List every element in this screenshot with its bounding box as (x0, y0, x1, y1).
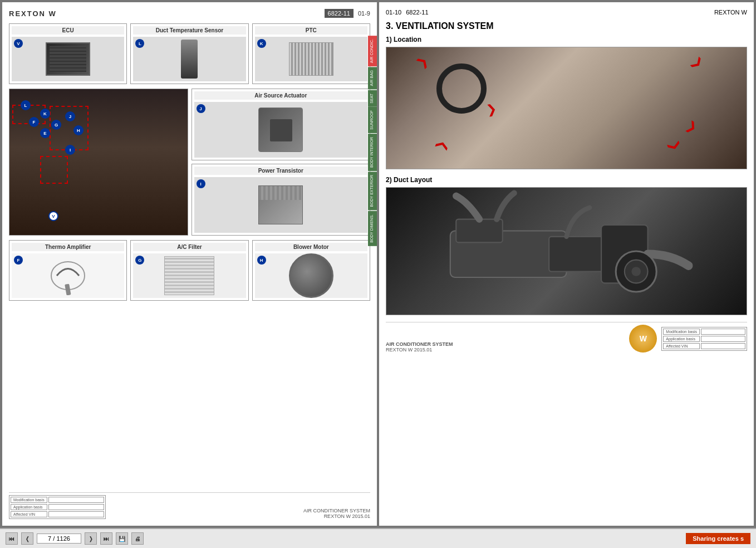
right-page: 01-10 6822-11 REXTON W 3. VENTILATION SY… (379, 2, 754, 526)
blower-image: H (255, 253, 367, 298)
power-transistor-image: I (194, 177, 368, 233)
right-page-header: 01-10 6822-11 REXTON W (386, 9, 747, 16)
thermo-title: Thermo Amplifier (12, 243, 124, 251)
footer-mod: Modification basis (11, 497, 47, 503)
right-brand: REXTON W (714, 9, 747, 16)
tab-air-bag[interactable]: AIR BAG (368, 67, 377, 89)
ptc-box: PTC K (252, 23, 370, 84)
ac-filter-image: G (133, 253, 246, 298)
footer-vin: Affected VIN (11, 511, 47, 517)
thermo-image: F (12, 253, 124, 298)
right-footer: AIR CONDITIONER SYSTEM REXTON W 2015.01 … (386, 322, 747, 353)
thermo-box: Thermo Amplifier F (9, 240, 127, 301)
bottom-components-grid: Thermo Amplifier F A/C Filter G (9, 240, 370, 301)
left-footer: Modification basis Application basis Aff… (9, 492, 370, 519)
air-source-actuator-box: Air Source Actuator J (192, 89, 371, 160)
duct-sensor-letter: L (135, 39, 144, 48)
ecu-box: ECU V (9, 23, 127, 84)
brand-badge: W (629, 325, 657, 353)
tab-body-exterior[interactable]: BODY EXTERIOR (368, 172, 377, 210)
interior-diagram: L K F G E J H I V (9, 89, 188, 236)
air-source-image: J (194, 102, 368, 158)
label-L: L (21, 100, 31, 110)
label-K: K (40, 109, 50, 119)
arrow-br: ❯ (666, 138, 684, 153)
sharing-badge: Sharing creates s (686, 533, 750, 544)
duct-subtitle: 2) Duct Layout (386, 176, 747, 184)
duct-sensor-box: Duct Temperature Sensor L (130, 23, 248, 84)
print-button[interactable]: 🖨 (131, 532, 144, 545)
power-transistor-title: Power Transistor (194, 167, 368, 175)
label-V: V (48, 211, 58, 221)
ac-filter-letter: G (135, 256, 144, 265)
label-F: F (29, 117, 39, 127)
blower-title: Blower Motor (255, 243, 367, 251)
footer-vin-r: Affected VIN (663, 343, 700, 349)
top-components-grid: ECU V Duct Temperature Sensor L PTC (9, 23, 370, 84)
tab-air-conditioning[interactable]: AIR CONDIC. (368, 36, 377, 66)
left-footer-version: REXTON W 2015.01 (303, 513, 370, 519)
page-number-input[interactable] (37, 534, 81, 544)
ptc-title: PTC (255, 26, 367, 35)
footer-app-r: Application basis (663, 336, 700, 342)
right-footer-system: AIR CONDITIONER SYSTEM (386, 341, 453, 347)
power-transistor-box: Power Transistor I (192, 164, 371, 236)
dashed-rect-3 (40, 156, 68, 184)
power-transistor-letter: I (197, 179, 205, 188)
first-page-button[interactable]: ⏮ (6, 532, 18, 545)
steering-wheel (436, 63, 487, 114)
right-footer-version: REXTON W 2015.01 (386, 347, 453, 353)
middle-section: L K F G E J H I V (9, 89, 370, 236)
section-title: 3. VENTILATION SYSTEM (386, 21, 747, 31)
left-page: REXTON W 6822-11 01-9 ECU V Duct Tempera… (2, 2, 377, 526)
right-footer-left: AIR CONDITIONER SYSTEM REXTON W 2015.01 (386, 341, 453, 353)
left-footer-right: AIR CONDITIONER SYSTEM REXTON W 2015.01 (303, 508, 370, 519)
footer-app: Application basis (11, 504, 47, 510)
label-G: G (51, 120, 61, 130)
left-brand: REXTON W (9, 9, 57, 18)
right-footer-table: Modification basis Application basis Aff… (661, 327, 747, 351)
air-source-title: Air Source Actuator (194, 91, 368, 100)
ac-filter-box: A/C Filter G (130, 240, 248, 301)
ac-filter-title: A/C Filter (133, 243, 246, 251)
navigation-bar: ⏮ ❬ ❭ ⏭ 💾 🖨 Sharing creates s (0, 528, 756, 548)
label-I: I (65, 145, 75, 155)
arrow-bl: ❯ (433, 138, 450, 153)
ptc-letter: K (257, 39, 266, 48)
label-H: H (73, 125, 84, 135)
duct-sensor-title: Duct Temperature Sensor (133, 26, 246, 35)
tab-body-dimensions[interactable]: BODY DIMENS. (368, 211, 377, 246)
duct-sensor-image: L (133, 37, 246, 81)
location-subtitle: 1) Location (386, 36, 747, 43)
arrow-r: ❯ (684, 118, 700, 135)
arrow-tr: ❯ (688, 53, 705, 71)
left-page-num: 01-9 (358, 10, 370, 17)
footer-mod-r: Modification basis (663, 329, 700, 335)
arrow-tl: ❯ (413, 53, 430, 71)
sidebar-tabs[interactable]: AIR CONDIC. AIR BAG SEAT SUNROOF BODY IN… (368, 36, 377, 246)
right-page-num: 01-10 (386, 9, 401, 16)
right-doc-num: 6822-11 (406, 9, 428, 16)
label-J: J (65, 111, 75, 121)
left-doc-num: 6822-11 (325, 9, 354, 18)
thermo-svg (48, 256, 87, 295)
right-components: Air Source Actuator J Power Transistor I (192, 89, 371, 236)
next-page-button[interactable]: ❭ (85, 532, 97, 545)
interior-photo: ❯ ❯ ❯ ❯ ❯ ❯ (386, 47, 747, 169)
svg-rect-1 (65, 284, 71, 295)
last-page-button[interactable]: ⏭ (100, 532, 112, 545)
duct-svg (386, 187, 747, 315)
tab-body-interior[interactable]: BODY INTERIOR (368, 134, 377, 171)
svg-rect-5 (456, 219, 502, 243)
save-button[interactable]: 💾 (116, 532, 128, 545)
location-photo: ❯ ❯ ❯ ❯ ❯ ❯ (386, 47, 747, 169)
duct-photo (386, 187, 747, 315)
ecu-letter: V (14, 39, 23, 48)
tab-seat[interactable]: SEAT (368, 90, 377, 107)
tab-sunroof[interactable]: SUNROOF (368, 107, 377, 133)
blower-box: Blower Motor H (252, 240, 370, 301)
prev-page-button[interactable]: ❬ (21, 532, 33, 545)
arrow-mid: ❯ (485, 102, 498, 118)
blower-letter: H (257, 256, 266, 265)
svg-point-8 (631, 267, 641, 276)
